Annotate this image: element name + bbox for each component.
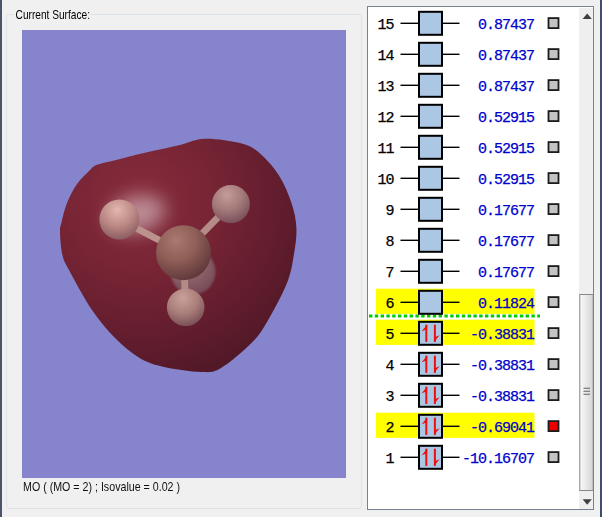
svg-text:0.52915: 0.52915 (478, 141, 535, 158)
svg-text:5: 5 (385, 327, 394, 344)
svg-text:6: 6 (385, 296, 394, 313)
svg-text:-0.38831: -0.38831 (470, 358, 535, 375)
svg-text:0.17677: 0.17677 (478, 203, 534, 220)
svg-text:14: 14 (377, 48, 394, 65)
svg-text:-0.38831: -0.38831 (470, 327, 535, 344)
svg-text:-0.69041: -0.69041 (470, 420, 535, 437)
svg-text:2: 2 (385, 420, 393, 437)
svg-text:3: 3 (385, 389, 394, 406)
svg-text:0.17677: 0.17677 (478, 234, 534, 251)
svg-text:13: 13 (377, 79, 394, 96)
svg-text:9: 9 (385, 203, 393, 220)
svg-text:12: 12 (377, 110, 393, 127)
svg-text:8: 8 (385, 234, 394, 251)
svg-text:0.52915: 0.52915 (478, 110, 535, 127)
svg-text:0.11824: 0.11824 (478, 296, 535, 313)
svg-text:11: 11 (377, 141, 394, 158)
svg-text:10: 10 (377, 172, 394, 189)
svg-text:-0.38831: -0.38831 (470, 389, 535, 406)
svg-text:4: 4 (385, 358, 394, 375)
svg-text:0.87437: 0.87437 (478, 48, 534, 65)
svg-text:7: 7 (385, 265, 393, 282)
svg-text:15: 15 (377, 17, 394, 34)
svg-text:0.87437: 0.87437 (478, 79, 534, 96)
svg-text:0.87437: 0.87437 (478, 17, 534, 34)
svg-text:0.52915: 0.52915 (478, 172, 535, 189)
svg-text:-10.16707: -10.16707 (462, 451, 534, 468)
svg-text:0.17677: 0.17677 (478, 265, 534, 282)
svg-text:1: 1 (385, 451, 394, 468)
